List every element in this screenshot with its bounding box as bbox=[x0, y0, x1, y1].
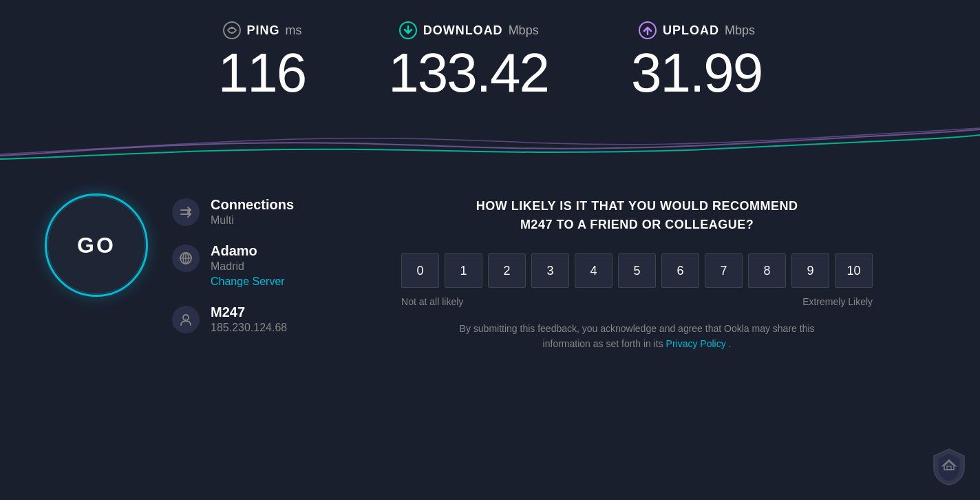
server-icon-circle bbox=[172, 244, 200, 272]
ping-icon bbox=[222, 21, 242, 40]
metrics-bar: PING ms 116 DOWNLOAD Mbps 133.42 UPLOAD … bbox=[0, 0, 980, 107]
host-text: M247 185.230.124.68 bbox=[211, 304, 287, 334]
nps-option-7[interactable]: 7 bbox=[705, 253, 743, 288]
upload-header: UPLOAD Mbps bbox=[638, 21, 755, 40]
upload-metric: UPLOAD Mbps 31.99 bbox=[631, 21, 762, 101]
nps-disclaimer: By submitting this feedback, you acknowl… bbox=[458, 321, 816, 352]
ping-label: PING bbox=[247, 23, 280, 38]
upload-unit: Mbps bbox=[725, 23, 755, 38]
host-ip: 185.230.124.68 bbox=[211, 322, 287, 334]
nps-option-9[interactable]: 9 bbox=[791, 253, 829, 288]
download-label: DOWNLOAD bbox=[423, 23, 503, 38]
bottom-section: GO Connections Multi bbox=[0, 169, 980, 373]
nps-label-left: Not at all likely bbox=[401, 296, 463, 307]
info-items: Connections Multi Adamo Madrid bbox=[172, 190, 294, 334]
upload-icon bbox=[638, 21, 657, 40]
nps-labels: Not at all likely Extremely Likely bbox=[401, 296, 873, 307]
nps-option-10[interactable]: 10 bbox=[835, 253, 873, 288]
ping-header: PING ms bbox=[222, 21, 302, 40]
ping-metric: PING ms 116 bbox=[218, 21, 306, 101]
server-location: Madrid bbox=[211, 260, 285, 273]
nps-buttons: 012345678910 bbox=[401, 253, 873, 288]
connections-subtitle: Multi bbox=[211, 214, 294, 227]
person-icon bbox=[178, 312, 193, 327]
host-name: M247 bbox=[211, 304, 287, 320]
svg-point-9 bbox=[183, 315, 189, 320]
nps-option-2[interactable]: 2 bbox=[488, 253, 526, 288]
go-button[interactable]: GO bbox=[45, 194, 148, 297]
wave-chart bbox=[0, 114, 980, 169]
nps-disclaimer-end: . bbox=[729, 338, 732, 349]
connections-title: Connections bbox=[211, 197, 294, 213]
nps-label-right: Extremely Likely bbox=[802, 296, 873, 307]
nps-option-8[interactable]: 8 bbox=[748, 253, 786, 288]
host-item: M247 185.230.124.68 bbox=[172, 304, 294, 334]
ping-value: 116 bbox=[218, 45, 306, 101]
change-server-link[interactable]: Change Server bbox=[211, 275, 285, 288]
download-unit: Mbps bbox=[509, 23, 539, 38]
server-isp: Adamo bbox=[211, 243, 285, 259]
ping-unit: ms bbox=[286, 23, 302, 38]
host-icon-circle bbox=[172, 306, 200, 333]
go-button-label: GO bbox=[77, 233, 116, 258]
nps-option-0[interactable]: 0 bbox=[401, 253, 439, 288]
shield-badge bbox=[932, 448, 966, 486]
download-value: 133.42 bbox=[388, 45, 548, 101]
nps-option-6[interactable]: 6 bbox=[661, 253, 699, 288]
nps-option-5[interactable]: 5 bbox=[618, 253, 656, 288]
server-text: Adamo Madrid Change Server bbox=[211, 243, 285, 288]
nps-question: HOW LIKELY IS IT THAT YOU WOULD RECOMMEN… bbox=[465, 197, 809, 234]
svg-point-0 bbox=[224, 22, 240, 39]
download-metric: DOWNLOAD Mbps 133.42 bbox=[388, 21, 548, 101]
connections-item: Connections Multi bbox=[172, 197, 294, 227]
connections-icon-circle bbox=[172, 198, 200, 226]
nps-option-1[interactable]: 1 bbox=[445, 253, 482, 288]
nps-disclaimer-text: By submitting this feedback, you acknowl… bbox=[460, 323, 815, 349]
globe-icon bbox=[178, 251, 193, 266]
nps-option-4[interactable]: 4 bbox=[575, 253, 612, 288]
privacy-policy-link[interactable]: Privacy Policy bbox=[666, 338, 726, 349]
connections-text: Connections Multi bbox=[211, 197, 294, 227]
left-panel: GO Connections Multi bbox=[41, 190, 294, 352]
upload-value: 31.99 bbox=[631, 45, 762, 101]
server-item: Adamo Madrid Change Server bbox=[172, 243, 294, 288]
nps-option-3[interactable]: 3 bbox=[531, 253, 569, 288]
upload-label: UPLOAD bbox=[663, 23, 719, 38]
nps-panel: HOW LIKELY IS IT THAT YOU WOULD RECOMMEN… bbox=[335, 190, 939, 352]
download-header: DOWNLOAD Mbps bbox=[398, 21, 539, 40]
download-icon bbox=[398, 21, 418, 40]
go-button-container[interactable]: GO bbox=[41, 190, 151, 300]
connections-icon bbox=[178, 205, 193, 220]
